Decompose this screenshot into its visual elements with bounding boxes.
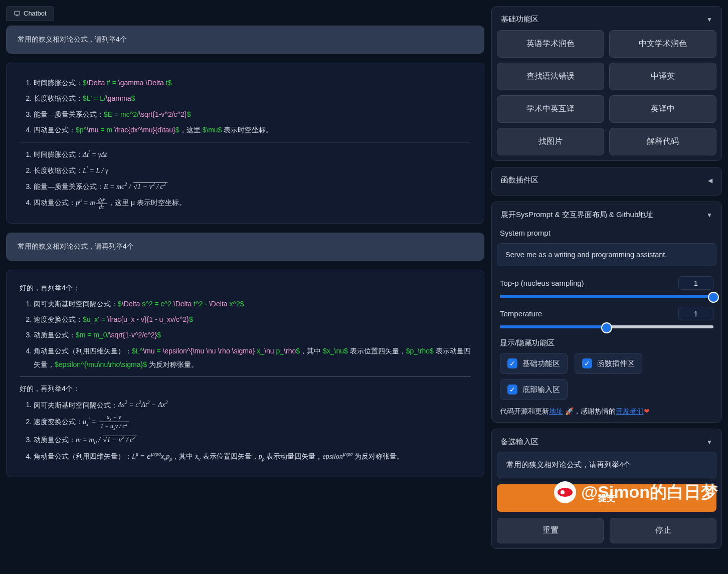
btn-zh-to-en[interactable]: 中译英	[609, 63, 716, 90]
chevron-down-icon[interactable]: ▼	[706, 16, 712, 23]
system-prompt-input[interactable]: Serve me as a writing and programming as…	[497, 243, 716, 266]
temperature-value[interactable]: 1	[678, 307, 713, 320]
btn-en-to-zh[interactable]: 英译中	[609, 95, 716, 123]
check-icon: ✓	[507, 385, 517, 395]
system-prompt-label: System prompt	[497, 225, 716, 241]
checkbox-plugins[interactable]: ✓函数插件区	[575, 353, 642, 374]
toggle-section-label: 显示/隐藏功能区	[497, 335, 716, 353]
tab-chatbot[interactable]: Chatbot	[6, 6, 54, 21]
tab-bar: Chatbot	[6, 6, 484, 21]
top-p-value[interactable]: 1	[678, 276, 713, 290]
latex-raw-list: 闵可夫斯基时空间隔公式：$\Delta s^2 = c^2 \Delta t^2…	[20, 297, 471, 371]
credit-line: 代码开源和更新地址 🚀，感谢热情的开发者们❤	[497, 405, 716, 417]
btn-find-image[interactable]: 找图片	[497, 128, 604, 155]
latex-raw-list: 时间膨胀公式：$\Delta t' = \gamma \Delta t$ 长度收…	[20, 76, 471, 137]
rendered-list: 闵可夫斯基时空间隔公式：Δs2 = c2Δt2 − Δx2 速度变换公式：ux′…	[20, 398, 471, 464]
input-panel: 备选输入区 ▼ 常用的狭义相对论公式，请再列举4个 提交 重置 停止	[491, 429, 722, 549]
chevron-left-icon[interactable]: ◀	[708, 177, 712, 184]
basic-panel: 基础功能区 ▼ 英语学术润色 中文学术润色 查找语法错误 中译英 学术中英互译 …	[491, 6, 722, 161]
temperature-slider[interactable]: Temperature1	[497, 305, 716, 335]
source-link[interactable]: 地址	[549, 407, 563, 415]
panel-title: 展开SysPrompt & 交互界面布局 & Github地址	[501, 210, 653, 220]
user-message: 常用的狭义相对论公式，请再列举4个	[6, 233, 484, 261]
panel-title: 函数插件区	[501, 175, 538, 185]
assistant-message: 好的，再列举4个： 闵可夫斯基时空间隔公式：$\Delta s^2 = c^2 …	[6, 270, 484, 477]
panel-title: 备选输入区	[501, 437, 538, 447]
submit-button[interactable]: 提交	[497, 484, 716, 512]
checkbox-input[interactable]: ✓底部输入区	[500, 379, 568, 400]
btn-explain-code[interactable]: 解释代码	[609, 128, 716, 155]
assistant-message: 时间膨胀公式：$\Delta t' = \gamma \Delta t$ 长度收…	[6, 63, 484, 224]
plugins-panel: 函数插件区 ◀	[491, 167, 722, 196]
svg-rect-0	[15, 11, 20, 15]
chevron-down-icon[interactable]: ▼	[706, 439, 712, 446]
rendered-list: 时间膨胀公式：Δt′ = γΔt 长度收缩公式：L′ = L / γ 能量—质量…	[20, 147, 471, 210]
chevron-down-icon[interactable]: ▼	[706, 212, 712, 219]
stop-button[interactable]: 停止	[610, 518, 716, 543]
btn-grammar-check[interactable]: 查找语法错误	[497, 63, 604, 90]
tab-label: Chatbot	[24, 10, 47, 17]
chat-area: 常用的狭义相对论公式，请列举4个 时间膨胀公式：$\Delta t' = \ga…	[6, 26, 484, 568]
user-message: 常用的狭义相对论公式，请列举4个	[6, 26, 484, 54]
reset-button[interactable]: 重置	[497, 518, 604, 543]
btn-chinese-polish[interactable]: 中文学术润色	[609, 30, 716, 58]
sysprompt-panel: 展开SysPrompt & 交互界面布局 & Github地址 ▼ System…	[491, 202, 722, 423]
panel-title: 基础功能区	[501, 15, 538, 24]
btn-academic-translate[interactable]: 学术中英互译	[497, 95, 604, 123]
btn-english-polish[interactable]: 英语学术润色	[497, 30, 604, 58]
top-p-slider[interactable]: Top-p (nucleus sampling)1	[497, 274, 716, 305]
checkbox-basic[interactable]: ✓基础功能区	[500, 353, 568, 374]
heart-icon: ❤	[644, 407, 650, 415]
developers-link[interactable]: 开发者们	[616, 407, 644, 415]
check-icon: ✓	[582, 358, 592, 368]
check-icon: ✓	[507, 358, 517, 368]
alt-input[interactable]: 常用的狭义相对论公式，请再列举4个	[497, 452, 716, 478]
chat-icon	[14, 10, 21, 17]
